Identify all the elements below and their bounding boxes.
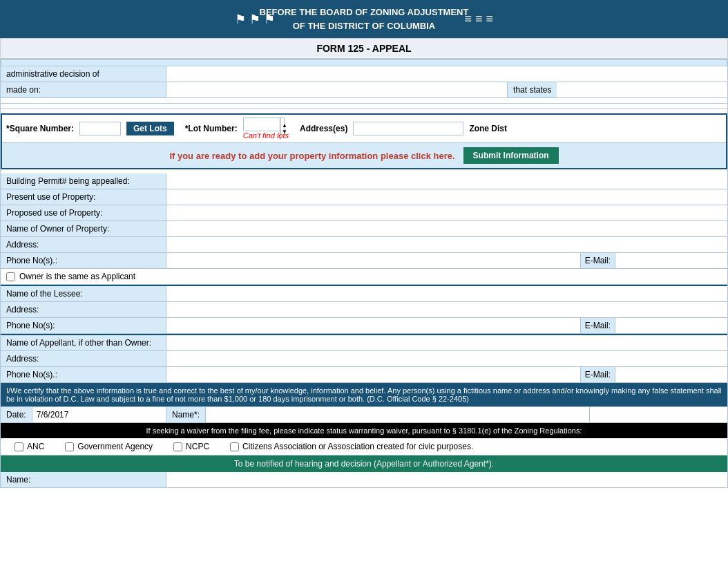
lessee-name-label: Name of the Lessee: — [1, 286, 166, 301]
appellant-address-input-cell — [166, 351, 727, 366]
name-label: Name*: — [166, 407, 206, 422]
appellant-name-label: Name of Appellant, if other than Owner: — [1, 335, 166, 350]
ncpc-checkbox[interactable] — [173, 442, 182, 451]
gov-agency-checkbox[interactable] — [65, 442, 74, 451]
citizens-checkbox-item: Citizens Association or Assosciation cre… — [230, 442, 473, 451]
owner-email-cell: E-Mail: — [580, 253, 727, 268]
owner-same-label: Owner is the same as Applicant — [19, 272, 135, 281]
appellant-name-input-cell — [166, 335, 727, 350]
waiver-checkboxes-row: ANC Government Agency NCPC Citizens Asso… — [1, 438, 727, 456]
bottom-name-input-cell — [166, 472, 727, 487]
owner-phone-input[interactable] — [166, 254, 580, 267]
bottom-name-input[interactable] — [166, 473, 727, 487]
proposed-use-label: Proposed use of Property: — [1, 205, 166, 220]
appellant-email-input-span — [615, 368, 727, 382]
certification-bar: I/We certify that the above information … — [1, 383, 727, 407]
owner-address-input[interactable] — [166, 238, 727, 252]
bottom-name-label: Name: — [1, 472, 166, 487]
owner-same-checkbox[interactable] — [6, 272, 15, 281]
admin-decision-input[interactable] — [166, 67, 727, 81]
spinner-arrows[interactable]: ▲ ▼ — [280, 118, 289, 140]
spacer-1 — [1, 98, 727, 104]
proposed-use-input[interactable] — [166, 206, 727, 220]
owner-name-row: Name of Owner of Property: — [1, 221, 727, 237]
lot-number-input[interactable] — [243, 118, 285, 131]
date-label: Date: — [1, 407, 32, 422]
anc-checkbox[interactable] — [15, 442, 23, 451]
address-input[interactable] — [353, 122, 463, 135]
appellant-email-label: E-Mail: — [581, 367, 615, 382]
waiver-bar: If seeking a waiver from the filing fee,… — [1, 423, 727, 438]
lessee-address-label: Address: — [1, 302, 166, 317]
building-permit-input[interactable] — [166, 174, 727, 188]
owner-address-row: Address: — [1, 237, 727, 253]
appellant-address-row: Address: — [1, 351, 727, 367]
made-on-input[interactable] — [166, 83, 507, 97]
owner-email-input[interactable] — [615, 254, 727, 267]
present-use-input[interactable] — [166, 190, 727, 204]
dc-flag-left-icon: ⚑ ⚑ ⚑ — [235, 12, 275, 27]
submit-info-text: If you are ready to add your property in… — [169, 151, 454, 161]
appellant-email-cell: E-Mail: — [580, 367, 727, 382]
lessee-name-input-cell — [166, 286, 727, 301]
spinner-down-icon[interactable]: ▼ — [280, 129, 289, 135]
date-input-wrap — [32, 408, 115, 422]
admin-decision-label: administrative decision of — [1, 66, 166, 82]
appellant-phone-label: Phone No(s).: — [1, 367, 166, 382]
lot-number-label: *Lot Number: — [185, 124, 238, 133]
name-input-wrap — [206, 408, 589, 422]
lessee-name-input[interactable] — [166, 287, 727, 301]
square-number-input[interactable] — [79, 122, 121, 135]
that-states-label: that states — [507, 82, 557, 97]
building-permit-label: Building Permit# being appealled: — [1, 173, 166, 189]
that-states-input-cell — [557, 82, 727, 97]
ncpc-checkbox-item: NCPC — [173, 442, 209, 451]
header-title: BEFORE THE BOARD OF ZONING ADJUSTMENT OF… — [260, 6, 469, 32]
lot-number-spinner-wrap: ▲ ▼ Can't find lots — [243, 118, 289, 140]
notification-bar: To be notified of hearing and decision (… — [1, 456, 727, 472]
appellant-name-input[interactable] — [166, 336, 727, 350]
form-title: FORM 125 - APPEAL — [0, 38, 728, 59]
spinner-up-icon[interactable]: ▲ — [280, 122, 289, 129]
that-states-input[interactable] — [557, 83, 727, 97]
present-use-row: Present use of Property: — [1, 189, 727, 205]
lessee-email-cell: E-Mail: — [580, 318, 727, 333]
lessee-email-input-span — [615, 319, 727, 332]
lessee-address-input-cell — [166, 302, 727, 317]
citizens-checkbox[interactable] — [230, 442, 239, 451]
submit-information-button[interactable]: Submit Information — [463, 147, 559, 164]
lessee-email-input[interactable] — [615, 319, 727, 332]
extra-name-input[interactable] — [590, 407, 727, 422]
gov-agency-label: Government Agency — [77, 442, 153, 451]
appellant-address-input[interactable] — [166, 352, 727, 366]
owner-name-input[interactable] — [166, 222, 727, 236]
lessee-phone-input[interactable] — [166, 319, 580, 332]
building-permit-input-cell — [166, 173, 727, 189]
proposed-use-row: Proposed use of Property: — [1, 205, 727, 221]
owner-name-label: Name of Owner of Property: — [1, 221, 166, 236]
name-input[interactable] — [206, 408, 589, 422]
lessee-address-input[interactable] — [166, 303, 727, 317]
spacer-2 — [1, 104, 727, 109]
admin-decision-row: administrative decision of — [1, 66, 727, 82]
lessee-name-row: Name of the Lessee: — [1, 286, 727, 302]
appellant-phone-input[interactable] — [166, 368, 580, 382]
get-lots-button[interactable]: Get Lots — [126, 122, 174, 135]
date-input[interactable] — [32, 408, 115, 422]
ncpc-label: NCPC — [186, 442, 209, 451]
dc-flag-right-icon: ≡ ≡ ≡ — [464, 12, 493, 26]
owner-name-input-cell — [166, 221, 727, 236]
anc-label: ANC — [27, 442, 44, 451]
made-on-row: made on: that states — [1, 82, 727, 98]
citizens-label: Citizens Association or Assosciation cre… — [242, 442, 473, 451]
owner-same-row: Owner is the same as Applicant — [1, 269, 727, 285]
owner-phone-label: Phone No(s).: — [1, 253, 166, 268]
date-name-row: Date: Name*: — [1, 407, 727, 423]
lessee-email-label: E-Mail: — [581, 318, 615, 333]
lessee-address-row: Address: — [1, 302, 727, 318]
lessee-phone-email-row: Phone No(s): E-Mail: — [1, 318, 727, 334]
appellant-phone-email-row: Phone No(s).: E-Mail: — [1, 367, 727, 383]
admin-decision-input-cell — [166, 66, 727, 82]
page-header: ⚑ ⚑ ⚑ BEFORE THE BOARD OF ZONING ADJUSTM… — [0, 0, 728, 38]
appellant-email-input[interactable] — [615, 368, 727, 382]
